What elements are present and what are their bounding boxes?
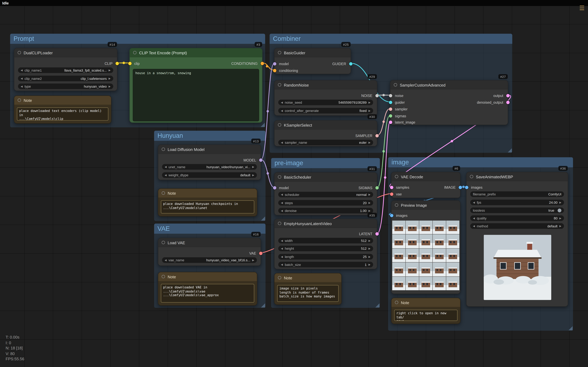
image-output-slot[interactable]: IMAGE bbox=[391, 184, 460, 190]
node-header[interactable]: Load VAE bbox=[158, 238, 261, 247]
filename-prefix-widget[interactable]: filename_prefix ComfyUI bbox=[470, 191, 564, 197]
collapse-dot-icon[interactable] bbox=[278, 123, 281, 127]
length-widget[interactable]: ◀ length 25 ▶ bbox=[278, 254, 373, 259]
group-prompt-header[interactable]: Prompt bbox=[10, 34, 265, 44]
denoised-output-slot[interactable]: denoised_output bbox=[390, 99, 508, 105]
model-output-port[interactable] bbox=[259, 158, 262, 162]
height-widget[interactable]: ◀ height 512 ▶ bbox=[278, 246, 373, 251]
guider-output-slot[interactable]: GUIDER bbox=[275, 61, 351, 67]
output-output-slot[interactable]: output bbox=[390, 92, 508, 99]
images-input-slot[interactable]: images bbox=[391, 212, 460, 218]
sampler-output-port[interactable] bbox=[375, 134, 379, 137]
node-basicguider[interactable]: #25 BasicGuider model conditioning GUIDE… bbox=[274, 48, 351, 74]
increment-arrow-icon[interactable]: ▶ bbox=[559, 217, 561, 220]
method-widget[interactable]: ◀ method default ▶ bbox=[470, 223, 564, 229]
image-output-port[interactable] bbox=[458, 185, 462, 189]
vae-name-widget[interactable]: ◀ vae_name hunyuan_video_vae_bf16.s... ▶ bbox=[162, 257, 257, 263]
type-widget[interactable]: ◀ type hunyuan_video ▶ bbox=[18, 83, 113, 89]
conditioning-output-slot[interactable]: CONDITIONING bbox=[130, 60, 262, 66]
group-vae-header[interactable]: VAE bbox=[154, 224, 266, 234]
sampler-name-widget[interactable]: ◀ sampler_name euler ▶ bbox=[278, 140, 373, 145]
node-samplercustomadvanced[interactable]: #27 SamplerCustomAdvanced noise guider s… bbox=[390, 80, 508, 125]
increment-arrow-icon[interactable]: ▶ bbox=[368, 193, 370, 196]
saved-animation-preview[interactable] bbox=[484, 235, 551, 300]
node-randomnoise[interactable]: #29 RandomNoise NOISE ◀ noise_seed 54655… bbox=[274, 80, 377, 116]
decrement-arrow-icon[interactable]: ◀ bbox=[281, 141, 283, 144]
node-header[interactable]: Note bbox=[391, 298, 460, 307]
decrement-arrow-icon[interactable]: ◀ bbox=[21, 69, 23, 72]
unet-name-widget[interactable]: ◀ unet_name hunyuan_video\hunyuan_vi... … bbox=[162, 164, 257, 170]
increment-arrow-icon[interactable]: ▶ bbox=[368, 141, 370, 144]
sigmas-input-slot[interactable]: sigmas bbox=[390, 113, 508, 119]
increment-arrow-icon[interactable]: ▶ bbox=[368, 239, 370, 242]
control-after-generate-widget[interactable]: ◀ control_after_generate fixed ▶ bbox=[278, 108, 373, 113]
node-header[interactable]: Load Diffusion Model bbox=[158, 145, 261, 154]
output-port[interactable] bbox=[506, 94, 510, 97]
node-header[interactable]: Note bbox=[14, 96, 111, 105]
node-ksamplerselect[interactable]: #30 KSamplerSelect SAMPLER ◀ sampler_nam… bbox=[274, 120, 377, 146]
decrement-arrow-icon[interactable]: ◀ bbox=[164, 259, 167, 262]
collapse-dot-icon[interactable] bbox=[162, 191, 165, 195]
group-hunyuan-header[interactable]: Hunyuan bbox=[154, 131, 266, 141]
sigmas-output-slot[interactable]: SIGMAS bbox=[275, 184, 377, 191]
quality-widget[interactable]: ◀ quality 80 ▶ bbox=[470, 215, 564, 221]
guider-output-port[interactable] bbox=[349, 62, 352, 65]
group-combiner-header[interactable]: Combiner bbox=[270, 34, 512, 44]
decrement-arrow-icon[interactable]: ◀ bbox=[281, 101, 283, 104]
vae-output-port[interactable] bbox=[259, 251, 262, 255]
vae-input-slot[interactable]: vae bbox=[391, 191, 460, 197]
increment-arrow-icon[interactable]: ▶ bbox=[368, 101, 370, 104]
decrement-arrow-icon[interactable]: ◀ bbox=[21, 85, 23, 88]
decrement-arrow-icon[interactable]: ◀ bbox=[281, 201, 283, 204]
fps-widget[interactable]: ◀ fps 24.00 ▶ bbox=[470, 200, 564, 205]
denoise-widget[interactable]: ◀ denoise 1.00 ▶ bbox=[278, 208, 373, 213]
decrement-arrow-icon[interactable]: ◀ bbox=[473, 217, 475, 220]
steps-widget[interactable]: ◀ steps 20 ▶ bbox=[278, 200, 373, 206]
node-note-latent[interactable]: Note image size in pixels length is numb… bbox=[274, 273, 342, 305]
increment-arrow-icon[interactable]: ▶ bbox=[559, 201, 561, 204]
prompt-textarea[interactable]: house in a snowstrom, snowing bbox=[133, 69, 259, 121]
collapse-dot-icon[interactable] bbox=[162, 241, 165, 244]
node-saveanimatedwebp[interactable]: #36 SaveAnimatedWEBP images filename_pre… bbox=[466, 172, 568, 307]
node-header[interactable]: RandomNoise bbox=[275, 81, 377, 90]
node-note-unet[interactable]: Note place downloaded Hunyuan checkpoint… bbox=[158, 188, 257, 217]
increment-arrow-icon[interactable]: ▶ bbox=[109, 69, 111, 72]
decrement-arrow-icon[interactable]: ◀ bbox=[473, 201, 475, 204]
node-header[interactable]: VAE Decode bbox=[391, 172, 460, 181]
menu-icon[interactable]: ☰ bbox=[579, 5, 585, 11]
collapse-dot-icon[interactable] bbox=[133, 51, 137, 54]
collapse-dot-icon[interactable] bbox=[278, 51, 281, 54]
collapse-dot-icon[interactable] bbox=[278, 175, 281, 179]
increment-arrow-icon[interactable]: ▶ bbox=[109, 85, 111, 88]
node-header[interactable]: Note bbox=[158, 272, 257, 281]
clip-output-slot[interactable]: CLIP bbox=[14, 60, 117, 66]
increment-arrow-icon[interactable]: ▶ bbox=[252, 165, 254, 168]
vae-output-slot[interactable]: VAE bbox=[158, 250, 261, 256]
decrement-arrow-icon[interactable]: ◀ bbox=[281, 263, 283, 266]
noise-seed-widget[interactable]: ◀ noise_seed 546559979108289 ▶ bbox=[278, 100, 373, 105]
clip-output-port[interactable] bbox=[115, 62, 119, 65]
decrement-arrow-icon[interactable]: ◀ bbox=[473, 225, 475, 227]
increment-arrow-icon[interactable]: ▶ bbox=[368, 247, 370, 250]
decrement-arrow-icon[interactable]: ◀ bbox=[281, 193, 283, 196]
increment-arrow-icon[interactable]: ▶ bbox=[368, 209, 370, 212]
decrement-arrow-icon[interactable]: ◀ bbox=[281, 209, 283, 212]
node-header[interactable]: DualCLIPLoader bbox=[14, 48, 117, 57]
node-clip-text-encode[interactable]: #3 CLIP Text Encode (Prompt) clip CONDIT… bbox=[130, 48, 262, 123]
collapse-dot-icon[interactable] bbox=[17, 99, 21, 102]
collapse-dot-icon[interactable] bbox=[395, 203, 398, 207]
node-vae-decode[interactable]: #6 VAE Decode samples vae IMAGE bbox=[391, 172, 460, 198]
collapse-dot-icon[interactable] bbox=[162, 148, 165, 151]
increment-arrow-icon[interactable]: ▶ bbox=[368, 201, 370, 204]
noise-output-port[interactable] bbox=[375, 94, 379, 97]
decrement-arrow-icon[interactable]: ◀ bbox=[281, 239, 283, 242]
collapse-dot-icon[interactable] bbox=[278, 83, 281, 87]
note-text[interactable]: place downloaded Hunyuan checkpoints in … bbox=[161, 200, 254, 213]
collapse-dot-icon[interactable] bbox=[278, 222, 281, 225]
node-note-clip[interactable]: Note place downloaded text encoders (cli… bbox=[14, 95, 112, 124]
node-header[interactable]: BasicScheduler bbox=[275, 173, 377, 182]
node-preview-image[interactable]: Preview Image images bbox=[391, 200, 460, 294]
group-pre-image-header[interactable]: pre-image bbox=[271, 158, 380, 168]
latent-output-port[interactable] bbox=[375, 232, 379, 235]
model-output-slot[interactable]: MODEL bbox=[158, 157, 261, 163]
